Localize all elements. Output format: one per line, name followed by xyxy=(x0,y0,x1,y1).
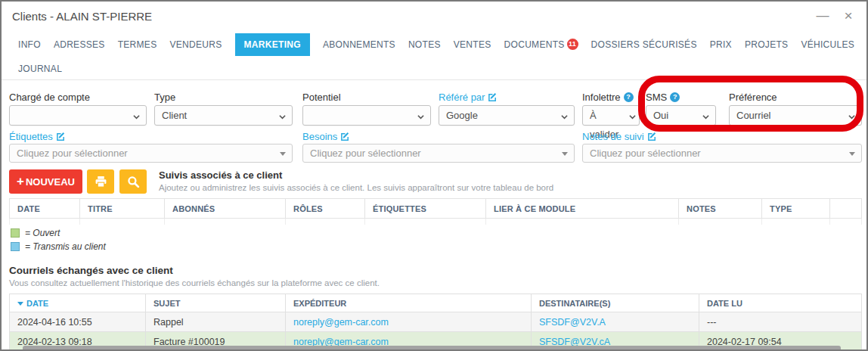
infolettre-select[interactable]: À valider xyxy=(582,105,640,126)
search-button[interactable] xyxy=(119,169,147,194)
help-icon[interactable]: ? xyxy=(670,92,680,102)
plus-icon: + xyxy=(17,174,24,189)
mail-col-destinataire[interactable]: DESTINATAIRE(S) xyxy=(532,294,699,312)
suivis-col-empty xyxy=(830,199,862,219)
suivis-col-lier: LIER À CE MODULE xyxy=(486,199,679,219)
courriels-table: DATE SUJET EXPÉDITEUR DESTINATAIRE(S) DA… xyxy=(9,294,862,351)
infolettre-label: Infolettre ? xyxy=(582,91,640,104)
mail-date-lu: --- xyxy=(699,312,862,332)
client-window: Clients - ALAIN ST-PIERRE — × INFO ADRES… xyxy=(0,0,868,351)
tab-bar: INFO ADRESSES TERMES VENDEURS MARKETING … xyxy=(18,33,854,56)
chevron-down-icon xyxy=(848,113,855,120)
chevron-down-icon xyxy=(629,113,636,120)
divider xyxy=(2,79,866,80)
refere-par-select[interactable]: Google xyxy=(439,105,575,126)
legend-green-swatch xyxy=(11,228,20,238)
edit-icon[interactable] xyxy=(340,132,350,141)
mail-expediteur-link[interactable]: noreply@gem-car.com xyxy=(293,317,389,328)
help-icon[interactable]: ? xyxy=(624,92,634,102)
minimize-icon[interactable]: — xyxy=(815,8,830,24)
preference-label: Préférence xyxy=(729,91,862,104)
caret-down-icon xyxy=(280,152,286,156)
tab-ventes[interactable]: VENTES xyxy=(454,33,491,56)
tab-journal[interactable]: JOURNAL xyxy=(18,57,62,80)
type-select[interactable]: Client xyxy=(154,105,293,126)
etiquettes-multiselect[interactable]: Cliquez pour sélectionner xyxy=(9,144,293,163)
tab-adresses[interactable]: ADRESSES xyxy=(54,33,105,56)
mail-row[interactable]: 2024-04-16 10:55 Rappel noreply@gem-car.… xyxy=(10,312,862,332)
besoins-label: Besoins xyxy=(302,130,575,143)
tab-dossiers-securises[interactable]: DOSSIERS SÉCURISÉS xyxy=(591,33,697,56)
chevron-down-icon xyxy=(561,113,568,120)
besoins-multiselect[interactable]: Cliquez pour sélectionner xyxy=(302,144,575,163)
suivis-empty-row xyxy=(10,219,862,225)
mail-destinataire-link[interactable]: SFSDF@V2V.A xyxy=(539,317,606,328)
tab-termes[interactable]: TERMES xyxy=(118,33,157,56)
mail-col-date[interactable]: DATE xyxy=(10,294,146,312)
mail-date: 2024-04-16 10:55 xyxy=(10,312,146,332)
suivis-col-type: TYPE xyxy=(762,199,830,219)
tab-vendeurs[interactable]: VENDEURS xyxy=(169,33,222,56)
suivis-table: DATE TITRE ABONNÉS RÔLES ÉTIQUETTES LIER… xyxy=(9,198,862,225)
tab-marketing[interactable]: MARKETING xyxy=(235,33,310,56)
charge-de-compte-label: Chargé de compte xyxy=(9,91,147,104)
tab-prix[interactable]: PRIX xyxy=(710,33,732,56)
charge-de-compte-select[interactable] xyxy=(9,105,147,126)
window-title: Clients - ALAIN ST-PIERRE xyxy=(12,10,152,23)
refere-par-label: Référé par xyxy=(439,91,575,104)
suivis-col-abonnes: ABONNÉS xyxy=(165,199,286,219)
mail-sujet: Rappel xyxy=(146,312,286,332)
titlebar: Clients - ALAIN ST-PIERRE — × xyxy=(2,2,866,32)
legend-transmis: = Transmis au client xyxy=(11,241,106,252)
suivis-section-title: Suivis associés à ce client xyxy=(159,169,282,181)
notes-de-suivi-label: Notes de suivi xyxy=(582,130,862,143)
etiquettes-label: Étiquettes xyxy=(9,130,293,143)
caret-down-icon xyxy=(562,152,568,156)
type-label: Type xyxy=(154,91,293,104)
suivis-section-subtitle: Ajoutez ou administrez les suivis associ… xyxy=(159,183,553,192)
courriels-section-subtitle: Vous consultez actuellement l'historique… xyxy=(9,278,380,287)
courriels-section-title: Courriels échangés avec ce client xyxy=(9,265,173,276)
legend-blue-swatch xyxy=(11,242,20,251)
edit-icon[interactable] xyxy=(56,132,66,141)
chevron-down-icon xyxy=(702,113,709,120)
sort-desc-icon xyxy=(17,302,23,306)
chevron-down-icon xyxy=(133,113,140,120)
suivis-col-date: DATE xyxy=(10,199,80,219)
tab-notes[interactable]: NOTES xyxy=(408,33,441,56)
notes-de-suivi-multiselect[interactable]: Cliquez pour sélectionner xyxy=(582,144,862,163)
legend-ouvert: = Ouvert xyxy=(11,228,60,238)
sms-select[interactable]: Oui xyxy=(646,105,716,126)
suivis-col-titre: TITRE xyxy=(80,199,165,219)
suivis-col-notes: NOTES xyxy=(679,199,762,219)
search-icon xyxy=(127,176,140,188)
close-icon[interactable]: × xyxy=(841,8,856,24)
tab-info[interactable]: INFO xyxy=(18,33,41,56)
tab-documents[interactable]: DOCUMENTS11 xyxy=(504,33,578,56)
caret-down-icon xyxy=(849,152,855,156)
suivis-col-roles: RÔLES xyxy=(286,199,365,219)
tab-abonnements[interactable]: ABONNEMENTS xyxy=(323,33,395,56)
edit-icon[interactable] xyxy=(488,92,498,102)
preference-select[interactable]: Courriel xyxy=(729,105,862,126)
sms-label: SMS ? xyxy=(646,91,716,104)
potentiel-label: Potentiel xyxy=(302,91,431,104)
tab-vehicules[interactable]: VÉHICULES xyxy=(801,33,854,56)
chevron-down-icon xyxy=(279,113,286,120)
print-button[interactable] xyxy=(87,169,114,194)
documents-count-badge: 11 xyxy=(567,39,578,50)
mail-col-date-lu[interactable]: DATE LU xyxy=(699,294,862,312)
chevron-down-icon xyxy=(417,113,424,120)
mail-col-expediteur[interactable]: EXPÉDITEUR xyxy=(286,294,532,312)
tab-projets[interactable]: PROJETS xyxy=(745,33,788,56)
mail-col-sujet[interactable]: SUJET xyxy=(146,294,286,312)
potentiel-select[interactable] xyxy=(302,105,431,126)
edit-icon[interactable] xyxy=(647,132,657,141)
suivis-col-etiquettes: ÉTIQUETTES xyxy=(365,199,486,219)
nouveau-button[interactable]: +NOUVEAU xyxy=(9,169,82,194)
horizontal-scrollbar[interactable] xyxy=(23,346,841,351)
printer-icon xyxy=(95,176,107,188)
